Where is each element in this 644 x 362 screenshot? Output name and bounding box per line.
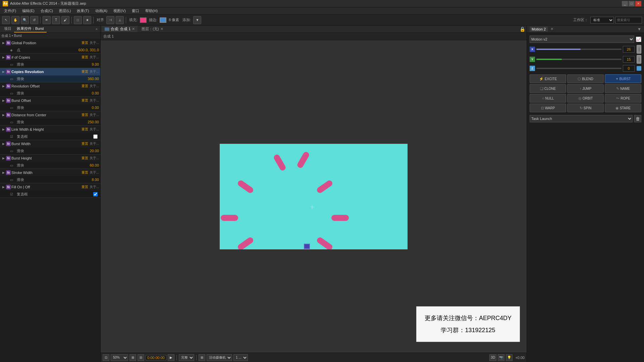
- color-indicator-z[interactable]: [637, 66, 641, 71]
- toggle-dist[interactable]: 关于...: [90, 113, 99, 117]
- btn-blend[interactable]: ⬡ BLEND: [567, 74, 604, 83]
- workspace-select[interactable]: 标准: [590, 17, 614, 23]
- reset-sw[interactable]: 重置: [82, 170, 88, 175]
- effect-row-bw[interactable]: ▶ fx Burst Width 重置 关于...: [0, 140, 100, 147]
- vc-snap-btn[interactable]: ⊡: [103, 354, 109, 361]
- menu-layer[interactable]: 图层(L): [56, 8, 73, 14]
- btn-clone[interactable]: ❑ CLONE: [530, 84, 566, 93]
- motion-tab[interactable]: Motion 2: [530, 26, 548, 32]
- select-tool[interactable]: ↖: [2, 16, 10, 24]
- effect-row-ro[interactable]: ▶ fx Revolution Offset 重置 关于...: [0, 82, 100, 90]
- toggle-bo[interactable]: 关于...: [90, 98, 99, 103]
- motion-knob-x[interactable]: [637, 45, 641, 54]
- btn-warp[interactable]: ⊡ WARP: [530, 104, 566, 112]
- motion-knob-y[interactable]: [637, 55, 641, 64]
- menu-help[interactable]: 帮助(H): [143, 8, 160, 14]
- expand-icon-gp[interactable]: ▶: [1, 41, 5, 45]
- close-comp-tab[interactable]: ✕: [132, 27, 135, 31]
- view-select[interactable]: 1 ...: [233, 354, 248, 361]
- camera-select[interactable]: 活动摄像机: [207, 354, 232, 361]
- text-tool[interactable]: T: [52, 16, 60, 24]
- reset-gp[interactable]: 重置: [82, 41, 88, 45]
- toggle-copies[interactable]: 关于...: [90, 55, 99, 60]
- value-num-copies[interactable]: 9.00: [79, 62, 99, 66]
- fill-color-swatch[interactable]: [140, 17, 147, 23]
- expand-icon-ro[interactable]: ▶: [1, 84, 5, 88]
- menu-view[interactable]: 视图(V): [111, 8, 128, 14]
- reset-bw[interactable]: 重置: [82, 141, 88, 146]
- current-time-display[interactable]: 0:00:00:00: [146, 355, 166, 360]
- zoom-select[interactable]: 50% 100%: [111, 354, 128, 361]
- effect-row-bo[interactable]: ▶ fx Burst Offset 重置 关于...: [0, 97, 100, 104]
- checkbox-fill[interactable]: [93, 192, 98, 196]
- reset-copies[interactable]: 重置: [82, 55, 88, 60]
- slider-z-value[interactable]: 0: [623, 65, 635, 72]
- expand-icon-bh[interactable]: ▶: [1, 156, 5, 160]
- value-num-sw[interactable]: 8.00: [79, 178, 99, 182]
- expand-icon-lwh[interactable]: ▶: [1, 127, 5, 131]
- slider-z[interactable]: [536, 68, 622, 69]
- comp-tab-layer[interactable]: 图层：(无) ✕: [139, 26, 166, 32]
- vc-3d-btn[interactable]: 3D: [489, 354, 496, 361]
- checkbox-lwh[interactable]: [93, 134, 98, 139]
- minimize-button[interactable]: _: [622, 1, 628, 6]
- motion-collapse-btn[interactable]: ▼: [637, 27, 641, 32]
- close-motion-tab[interactable]: ✕: [550, 27, 553, 31]
- value-num-bo[interactable]: 0.00: [79, 106, 99, 110]
- search-input[interactable]: [615, 17, 642, 23]
- toggle-gp[interactable]: 关于...: [90, 41, 99, 45]
- close-layer-tab[interactable]: ✕: [160, 27, 163, 31]
- effect-row-lwh[interactable]: ▶ fx Link Width & Height 重置 关于...: [0, 126, 100, 133]
- toggle-lwh[interactable]: 关于...: [90, 127, 99, 132]
- comp-tab-main[interactable]: 合成: 合成 1 ✕: [102, 26, 138, 32]
- vc-safe-btn[interactable]: ⊟: [138, 354, 144, 361]
- lock-panel-btn[interactable]: 🔒: [520, 26, 525, 32]
- slider-x[interactable]: [536, 49, 622, 50]
- motion-version-select[interactable]: Motion v2: [530, 36, 634, 43]
- add-dropdown-btn[interactable]: ▼: [193, 16, 201, 24]
- expand-icon-cr[interactable]: ▶: [1, 70, 5, 74]
- vc-grid-btn[interactable]: ⊞: [199, 354, 205, 361]
- reset-bh[interactable]: 重置: [82, 156, 88, 161]
- menu-file[interactable]: 文件(F): [1, 8, 19, 14]
- toggle-bw[interactable]: 关于...: [90, 141, 99, 146]
- toggle-cr[interactable]: 关于...: [90, 69, 99, 74]
- menu-animation[interactable]: 动画(A): [93, 8, 110, 14]
- value-num-gp[interactable]: 600.0, 331.0: [78, 48, 99, 52]
- task-select[interactable]: Task Launch: [530, 115, 633, 122]
- btn-name[interactable]: ✎ NAME: [605, 84, 641, 93]
- toggle-sw[interactable]: 关于...: [90, 170, 99, 175]
- menu-effect[interactable]: 效果(T): [74, 8, 92, 14]
- effect-row-fill[interactable]: ▶ fx Fill On | Off 重置 关于...: [0, 183, 100, 191]
- close-button[interactable]: ✕: [635, 1, 641, 6]
- effect-row-bh[interactable]: ▶ fx Burst Height 重置 关于...: [0, 155, 100, 162]
- motion-graph-btn[interactable]: 📈: [636, 37, 641, 42]
- align-center-btn[interactable]: ⊥: [116, 16, 124, 24]
- menu-window[interactable]: 窗口: [129, 8, 142, 14]
- value-num-bh[interactable]: 60.00: [79, 163, 99, 167]
- expand-icon-bo[interactable]: ▶: [1, 99, 5, 103]
- reset-ro[interactable]: 重置: [82, 84, 88, 88]
- toggle-bh[interactable]: 关于...: [90, 156, 99, 161]
- expand-icon-sw[interactable]: ▶: [1, 171, 5, 175]
- tab-project[interactable]: 项目: [1, 25, 14, 33]
- btn-spin[interactable]: ↻ SPIN: [567, 104, 604, 112]
- slider-x-value[interactable]: 26: [623, 46, 635, 53]
- slider-y-value[interactable]: 15: [623, 56, 635, 63]
- toggle-fill[interactable]: 关于...: [90, 185, 99, 189]
- btn-jump[interactable]: ↑ JUMP: [567, 84, 604, 93]
- effect-row-sw[interactable]: ▶ fx Stroke Width 重置 关于...: [0, 169, 100, 176]
- btn-burst[interactable]: ✦ BURST: [605, 74, 641, 83]
- value-num-ro[interactable]: 0.00: [79, 91, 99, 95]
- expand-icon-bw[interactable]: ▶: [1, 142, 5, 146]
- tab-effects[interactable]: 效果控件：Burst: [14, 25, 47, 33]
- value-num-cr[interactable]: 360.00: [79, 77, 99, 81]
- pen-tool[interactable]: ✒: [43, 16, 51, 24]
- align-left-btn[interactable]: ⊣: [106, 16, 114, 24]
- vc-camera2-btn[interactable]: 📷: [498, 354, 504, 361]
- effect-row-global-position[interactable]: ▶ fx Global Position 重置 关于...: [0, 39, 100, 47]
- vc-play-btn[interactable]: ▶: [168, 354, 174, 361]
- expand-icon-dist[interactable]: ▶: [1, 113, 5, 117]
- expand-icon-fill[interactable]: ▶: [1, 185, 5, 189]
- hand-tool[interactable]: ✋: [11, 16, 19, 24]
